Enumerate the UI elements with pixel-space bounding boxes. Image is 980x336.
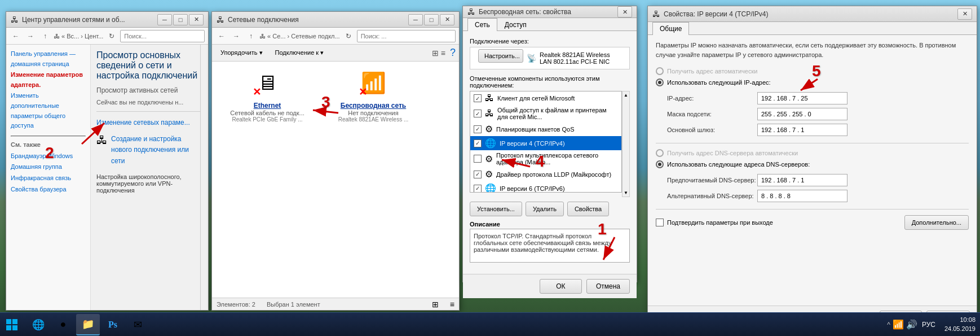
back-btn-cp[interactable]: ←	[10, 30, 22, 42]
titlebar-control-panel[interactable]: 🖧 Центр управления сетями и об... ─ □ ✕	[6, 12, 208, 28]
view-toggle-details[interactable]: ≡	[450, 300, 454, 309]
create-connection-link[interactable]: Создание и настройка нового подключения …	[111, 134, 202, 167]
radio-manual-dns[interactable]: Использовать следующие адреса DNS-сервер…	[656, 160, 969, 168]
sidebar-change-adapter[interactable]: Изменение параметров адаптера.	[11, 70, 86, 90]
search-input-net[interactable]	[357, 30, 456, 42]
edge-icon: 🌐	[32, 318, 45, 331]
up-btn-net[interactable]: ↑	[245, 30, 257, 42]
change-params-section: Изменение сетевых параме...	[96, 117, 202, 128]
connections-area: 🖥 ✕ Ethernet Сетевой кабель не подк... R…	[212, 62, 459, 298]
selected-count: Выбран 1 элемент	[267, 301, 320, 308]
change-params-link[interactable]: Изменение сетевых параме...	[96, 117, 202, 128]
device-name: Realtek 8821AE Wireless LAN 802.11ac PCI…	[540, 51, 623, 65]
tab-general-ip[interactable]: Общие	[652, 22, 689, 35]
volume-tray-icon[interactable]: 🔊	[906, 319, 917, 330]
close-btn-cp[interactable]: ✕	[189, 14, 204, 25]
svg-rect-9	[12, 325, 17, 330]
see-also-label: См. также	[11, 141, 86, 148]
ok-btn-wireless[interactable]: ОК	[540, 279, 582, 294]
svg-rect-8	[6, 325, 11, 330]
connect-to-btn[interactable]: Подключение к ▾	[270, 46, 329, 60]
configure-btn[interactable]: Настроить...	[478, 49, 523, 63]
taskbar-right: ^ 📶 🔊 РУС 10:08 24.05.2019	[887, 316, 980, 333]
sidebar-homegroup[interactable]: Домашняя группа	[11, 162, 86, 172]
scroll-down-wireless[interactable]: ▼	[624, 190, 628, 195]
component-item-2[interactable]: ⚙ Планировщик пакетов QoS	[470, 122, 621, 136]
taskbar-app-edge[interactable]: 🌐	[27, 314, 50, 335]
lang-indicator[interactable]: РУС	[920, 321, 938, 329]
tab-bar-wireless: Сеть Доступ	[463, 18, 637, 31]
component-item-3[interactable]: 🌐 IP версии 4 (TCP/IPv4)	[470, 136, 621, 150]
conn-item-wireless[interactable]: 📶 ✕ Беспроводная сеть Нет подключения Re…	[323, 66, 424, 128]
close-btn-net[interactable]: ✕	[440, 14, 454, 25]
view-icon[interactable]: ⊞	[432, 49, 439, 58]
taskbar-app-chrome[interactable]: ●	[51, 314, 75, 335]
install-btn[interactable]: Установить...	[470, 202, 522, 216]
component-item-1[interactable]: 🖧 Общий доступ к файлам и принтерам для …	[470, 105, 621, 122]
radio-auto-ip[interactable]: Получить адрес автоматически	[656, 67, 969, 75]
search-input-cp[interactable]	[120, 30, 205, 42]
refresh-btn-net[interactable]: ↻	[342, 30, 355, 42]
refresh-btn-cp[interactable]: ↻	[105, 30, 118, 42]
alt-dns-row: Альтернативный DNS-сервер:	[667, 190, 969, 202]
ip-address-input[interactable]	[757, 92, 847, 104]
sidebar-firewall[interactable]: Брандмауэр Windows	[11, 151, 86, 162]
forward-btn-cp[interactable]: →	[24, 30, 37, 42]
gateway-input[interactable]	[757, 124, 847, 136]
component-item-5[interactable]: ⚙ Драйвер протокола LLDP (Майкрософт)	[470, 167, 621, 181]
tab-network[interactable]: Сеть	[467, 18, 497, 31]
details-icon[interactable]: ≡	[441, 49, 445, 58]
radio-auto-dns[interactable]: Получить адрес DNS-сервера автоматически	[656, 149, 969, 157]
taskbar-app-mail[interactable]: ✉	[126, 314, 149, 335]
titlebar-ip[interactable]: 🖧 Свойства: IP версии 4 (TCP/IPv4) ✕	[648, 6, 977, 22]
window-wireless-properties: 🖧 Беспроводная сеть: свойства ✕ Сеть Дос…	[462, 6, 637, 282]
comp-icon-4: ⚙	[485, 154, 493, 164]
validate-checkbox[interactable]	[656, 219, 664, 226]
titlebar-wireless[interactable]: 🖧 Беспроводная сеть: свойства ✕	[463, 6, 637, 18]
cancel-btn-wireless[interactable]: Отмена	[586, 279, 630, 294]
preferred-dns-row: Предпочитаемый DNS-сервер:	[667, 174, 969, 186]
start-button[interactable]	[0, 313, 24, 337]
minimize-btn-net[interactable]: ─	[408, 14, 423, 25]
minimize-btn-cp[interactable]: ─	[157, 14, 172, 25]
alt-dns-input[interactable]	[757, 190, 847, 202]
chrome-icon: ●	[60, 318, 67, 330]
help-icon[interactable]: ?	[450, 47, 456, 59]
gateway-label: Основной шлюз:	[667, 126, 757, 133]
advanced-btn[interactable]: Дополнительно...	[904, 215, 969, 230]
connect-through-section: Подключение через: Настроить... 📡 Realte…	[470, 38, 630, 69]
component-item-0[interactable]: 🖧 Клиент для сетей Microsoft	[470, 91, 621, 105]
titlebar-network[interactable]: 🖧 Сетевые подключения ─ □ ✕	[212, 12, 459, 28]
sidebar-home-cp[interactable]: Панель управления — домашняя страница	[11, 49, 86, 69]
conn-item-ethernet[interactable]: 🖥 ✕ Ethernet Сетевой кабель не подк... R…	[217, 66, 318, 128]
component-item-6[interactable]: 🌐 IP версии 6 (TCP/IPv6)	[470, 181, 621, 193]
close-btn-ip[interactable]: ✕	[957, 8, 972, 20]
preferred-dns-input[interactable]	[757, 174, 847, 186]
title-ip: 🖧 Свойства: IP версии 4 (TCP/IPv4)	[652, 10, 957, 19]
components-list-container: 🖧 Клиент для сетей Microsoft 🖧 Общий дос…	[470, 91, 630, 197]
scrollbar-cp[interactable]	[200, 45, 208, 310]
up-btn-cp[interactable]: ↑	[39, 30, 51, 42]
properties-btn[interactable]: Свойства	[567, 202, 609, 216]
maximize-btn-net[interactable]: □	[424, 14, 439, 25]
tab-access[interactable]: Доступ	[497, 18, 534, 31]
sidebar-infrared[interactable]: Инфракрасная связь	[11, 173, 86, 184]
taskbar-app-ps[interactable]: Ps	[101, 314, 125, 335]
delete-btn[interactable]: Удалить	[526, 202, 564, 216]
taskbar-app-explorer[interactable]: 📁	[76, 314, 100, 335]
forward-btn-net[interactable]: →	[230, 30, 242, 42]
view-toggle-icons[interactable]: ⊞	[432, 300, 439, 309]
component-item-4[interactable]: ⚙ Протокол мультиплексора сетевого адапт…	[470, 150, 621, 167]
close-btn-wireless[interactable]: ✕	[617, 6, 632, 18]
maximize-btn-cp[interactable]: □	[173, 14, 188, 25]
radio-manual-ip[interactable]: Использовать следующий IP-адрес:	[656, 78, 969, 86]
network-tray-icon[interactable]: 📶	[893, 319, 904, 330]
ip-address-row: IP-адрес:	[667, 92, 969, 104]
tray-expand-icon[interactable]: ^	[887, 321, 890, 329]
scroll-up-wireless[interactable]: ▲	[624, 93, 628, 98]
organize-btn[interactable]: Упорядочить ▾	[215, 46, 268, 60]
back-btn-net[interactable]: ←	[215, 30, 228, 42]
subnet-input[interactable]	[757, 108, 847, 120]
sidebar-browser[interactable]: Свойства браузера	[11, 185, 86, 195]
sidebar-change-access[interactable]: Изменить дополнительные параметры общего…	[11, 91, 86, 130]
